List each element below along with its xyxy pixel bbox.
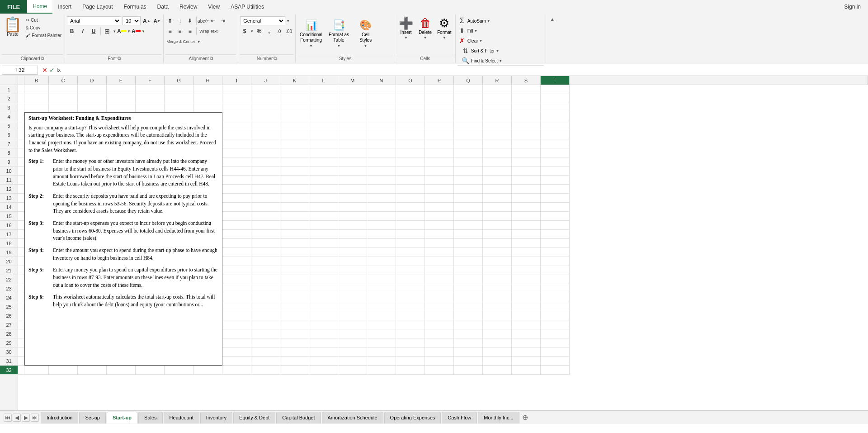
cell-M18[interactable]	[338, 239, 367, 248]
cell-N27[interactable]	[367, 320, 396, 329]
cell-A4[interactable]	[18, 112, 24, 121]
cell-I24[interactable]	[222, 293, 251, 302]
cell-S14[interactable]	[512, 203, 541, 212]
sheet-tab-equity-debt[interactable]: Equity & Debt	[233, 412, 275, 423]
cell-T6[interactable]	[541, 130, 570, 139]
cell-N17[interactable]	[367, 230, 396, 239]
cell-T8[interactable]	[541, 148, 570, 157]
cell-K4[interactable]	[280, 112, 309, 121]
cell-B32[interactable]	[24, 366, 49, 375]
sheet-tab-sales[interactable]: Sales	[138, 412, 163, 423]
menu-home[interactable]: Home	[27, 0, 52, 14]
cell-L17[interactable]	[309, 230, 338, 239]
cell-S1[interactable]	[512, 85, 541, 94]
cell-K29[interactable]	[280, 338, 309, 347]
borders-button[interactable]: ⊞	[103, 27, 112, 36]
menu-page-layout[interactable]: Page Layout	[77, 0, 118, 14]
cell-J27[interactable]	[251, 320, 280, 329]
cell-L5[interactable]	[309, 121, 338, 130]
cell-T22[interactable]	[541, 275, 570, 284]
cell-R9[interactable]	[483, 157, 512, 167]
cell-O20[interactable]	[396, 257, 425, 266]
cell-N13[interactable]	[367, 194, 396, 203]
cell-J16[interactable]	[251, 221, 280, 230]
row-num-7[interactable]: 7	[0, 139, 18, 148]
cell-S7[interactable]	[512, 139, 541, 148]
cell-F3[interactable]	[136, 103, 165, 112]
cell-A24[interactable]	[18, 293, 24, 302]
cell-J3[interactable]	[251, 103, 280, 112]
row-num-26[interactable]: 26	[0, 311, 18, 320]
text-direction-button[interactable]: abc⟳	[198, 16, 208, 25]
cell-N21[interactable]	[367, 266, 396, 275]
cell-N11[interactable]	[367, 176, 396, 185]
cell-J25[interactable]	[251, 302, 280, 311]
cell-M25[interactable]	[338, 302, 367, 311]
cell-M8[interactable]	[338, 148, 367, 157]
confirm-formula-icon[interactable]: ✓	[49, 67, 55, 74]
cell-P14[interactable]	[425, 203, 454, 212]
number-expand[interactable]: Number ⧉	[240, 54, 293, 62]
cell-R7[interactable]	[483, 139, 512, 148]
indent-decrease-button[interactable]: ⇤	[208, 16, 217, 25]
cell-J26[interactable]	[251, 311, 280, 320]
cell-A25[interactable]	[18, 302, 24, 311]
cell-K30[interactable]	[280, 347, 309, 357]
cell-A30[interactable]	[18, 347, 24, 357]
cell-I3[interactable]	[222, 103, 251, 112]
cell-A12[interactable]	[18, 185, 24, 194]
cell-M7[interactable]	[338, 139, 367, 148]
cell-M20[interactable]	[338, 257, 367, 266]
cell-M4[interactable]	[338, 112, 367, 121]
cell-S20[interactable]	[512, 257, 541, 266]
row-num-4[interactable]: 4	[0, 112, 18, 121]
cell-C2[interactable]	[49, 94, 78, 103]
cell-J9[interactable]	[251, 157, 280, 167]
cell-O8[interactable]	[396, 148, 425, 157]
cell-E1[interactable]	[107, 85, 136, 94]
cell-T21[interactable]	[541, 266, 570, 275]
cell-R30[interactable]	[483, 347, 512, 357]
row-num-8[interactable]: 8	[0, 148, 18, 157]
cell-O26[interactable]	[396, 311, 425, 320]
cell-S3[interactable]	[512, 103, 541, 112]
cell-P32[interactable]	[425, 366, 454, 375]
font-color-dropdown[interactable]: ▼	[142, 29, 145, 33]
row-num-16[interactable]: 16	[0, 221, 18, 230]
cell-L13[interactable]	[309, 194, 338, 203]
cell-T32[interactable]	[541, 366, 570, 375]
sheet-tab-capital-budget[interactable]: Capital Budget	[276, 412, 321, 423]
cell-N26[interactable]	[367, 311, 396, 320]
cell-J1[interactable]	[251, 85, 280, 94]
col-header-n[interactable]: N	[367, 76, 396, 85]
cell-N9[interactable]	[367, 157, 396, 167]
cell-N15[interactable]	[367, 212, 396, 221]
col-header-j[interactable]: J	[251, 76, 280, 85]
cell-S27[interactable]	[512, 320, 541, 329]
row-num-18[interactable]: 18	[0, 239, 18, 248]
cell-I16[interactable]	[222, 221, 251, 230]
cell-I15[interactable]	[222, 212, 251, 221]
cell-L20[interactable]	[309, 257, 338, 266]
format-painter-button[interactable]: 🖌 Format Painter	[24, 33, 63, 38]
cell-N20[interactable]	[367, 257, 396, 266]
cell-J24[interactable]	[251, 293, 280, 302]
row-num-3[interactable]: 3	[0, 103, 18, 112]
cell-T23[interactable]	[541, 284, 570, 293]
cell-M31[interactable]	[338, 357, 367, 366]
col-header-e[interactable]: E	[107, 76, 136, 85]
row-num-19[interactable]: 19	[0, 248, 18, 257]
cell-Q32[interactable]	[454, 366, 483, 375]
paste-button[interactable]: 📋 Paste	[2, 16, 24, 38]
cell-S22[interactable]	[512, 275, 541, 284]
col-header-q[interactable]: Q	[454, 76, 483, 85]
cell-L18[interactable]	[309, 239, 338, 248]
col-header-g[interactable]: G	[165, 76, 193, 85]
cell-Q6[interactable]	[454, 130, 483, 139]
file-menu[interactable]: FILE	[0, 0, 27, 14]
row-num-15[interactable]: 15	[0, 212, 18, 221]
cell-P26[interactable]	[425, 311, 454, 320]
cell-S6[interactable]	[512, 130, 541, 139]
cell-I9[interactable]	[222, 157, 251, 167]
cell-R11[interactable]	[483, 176, 512, 185]
